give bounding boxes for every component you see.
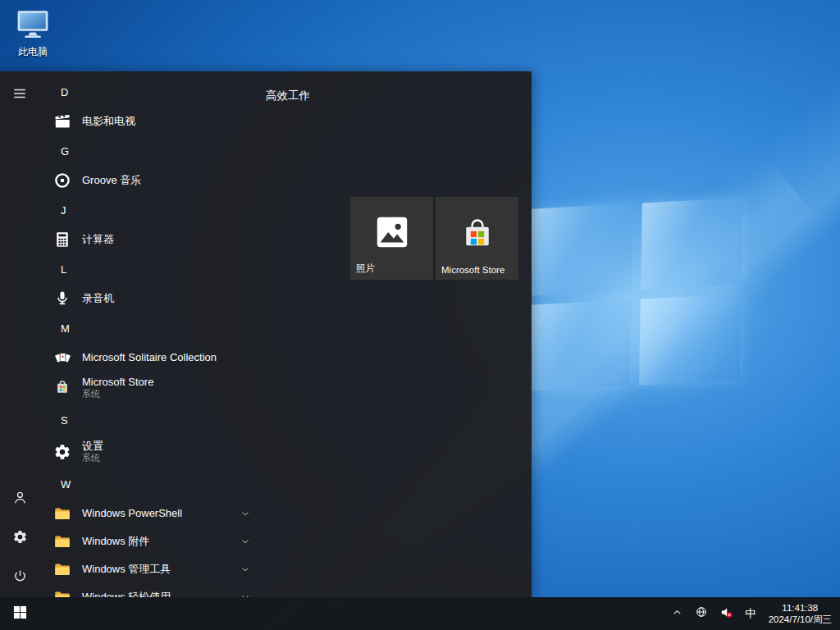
folder-item-windows-powershell[interactable]: Windows PowerShell xyxy=(39,500,261,527)
taskbar-clock[interactable]: 11:41:38 2024/7/10/周三 xyxy=(762,597,840,630)
chevron-up-icon xyxy=(671,606,683,622)
section-header-d[interactable]: D xyxy=(39,76,261,107)
desktop-icon-this-pc[interactable]: 此电脑 xyxy=(9,7,57,59)
section-header-g[interactable]: G xyxy=(39,135,261,167)
power-icon xyxy=(12,568,28,587)
folder-item-windows-ease-of-access[interactable]: Windows 轻松使用 xyxy=(39,583,261,597)
section-header-m[interactable]: M xyxy=(39,313,261,344)
network-button[interactable] xyxy=(689,597,714,630)
app-item-movies-tv[interactable]: 电影和电视 xyxy=(39,107,261,135)
gear-icon xyxy=(12,529,28,548)
hamburger-icon xyxy=(12,86,27,104)
settings-gear-icon xyxy=(52,442,72,462)
folder-icon xyxy=(52,559,72,579)
this-pc-label: 此电脑 xyxy=(18,45,48,59)
clock-time: 11:41:38 xyxy=(769,602,832,614)
windows-logo-icon xyxy=(13,605,27,623)
settings-button[interactable] xyxy=(0,518,39,558)
wallpaper-pane xyxy=(528,299,631,391)
tray-expand-button[interactable] xyxy=(665,597,689,630)
volume-button[interactable] xyxy=(714,597,739,630)
chevron-down-icon[interactable] xyxy=(240,536,251,547)
user-icon xyxy=(12,490,28,509)
store-icon xyxy=(52,378,72,398)
tile-label: Microsoft Store xyxy=(436,265,518,280)
start-menu: D 电影和电视 G xyxy=(0,71,532,597)
taskbar: 中 11:41:38 2024/7/10/周三 xyxy=(0,597,840,630)
this-pc-icon xyxy=(16,7,50,44)
solitaire-icon xyxy=(52,348,72,368)
app-item-calculator[interactable]: 计算器 xyxy=(39,226,261,253)
folder-item-windows-accessories[interactable]: Windows 附件 xyxy=(39,527,261,555)
chevron-down-icon[interactable] xyxy=(240,564,251,575)
user-account-button[interactable] xyxy=(0,479,39,518)
ime-indicator[interactable]: 中 xyxy=(739,597,762,630)
section-header-s[interactable]: S xyxy=(39,404,261,436)
tile-photos[interactable]: 照片 xyxy=(350,197,433,280)
section-header-j[interactable]: J xyxy=(39,194,261,226)
section-header-l[interactable]: L xyxy=(39,253,261,285)
tile-label: 照片 xyxy=(350,262,433,280)
groove-music-icon xyxy=(52,171,72,190)
start-button[interactable] xyxy=(0,597,39,630)
wallpaper-pane xyxy=(639,294,742,386)
power-button[interactable] xyxy=(0,558,39,597)
app-item-microsoft-store[interactable]: Microsoft Store 系统 xyxy=(39,372,261,404)
folder-icon xyxy=(52,532,72,551)
wallpaper-pane xyxy=(641,198,743,290)
movies-tv-icon xyxy=(52,112,72,131)
tile-group-title[interactable]: 高效工作 xyxy=(266,89,310,103)
store-icon xyxy=(436,197,518,265)
voice-recorder-icon xyxy=(52,289,72,308)
app-item-sublabel: 系统 xyxy=(82,453,103,463)
folder-icon xyxy=(52,504,72,523)
folder-icon xyxy=(52,587,72,597)
chevron-down-icon[interactable] xyxy=(240,508,251,519)
clock-date: 2024/7/10/周三 xyxy=(769,614,832,625)
app-item-solitaire[interactable]: Microsoft Solitaire Collection xyxy=(39,344,261,372)
system-tray: 中 11:41:38 2024/7/10/周三 xyxy=(665,597,840,630)
screen: 此电脑 xyxy=(0,0,840,630)
menu-expand-button[interactable] xyxy=(0,75,39,115)
photos-icon xyxy=(350,197,433,262)
folder-item-windows-admin-tools[interactable]: Windows 管理工具 xyxy=(39,555,261,583)
app-item-sublabel: 系统 xyxy=(82,389,153,399)
app-item-groove-music[interactable]: Groove 音乐 xyxy=(39,167,261,194)
tile-microsoft-store[interactable]: Microsoft Store xyxy=(436,197,518,280)
app-list: D 电影和电视 G xyxy=(39,71,261,597)
wallpaper-pane xyxy=(530,203,632,295)
app-item-voice-recorder[interactable]: 录音机 xyxy=(39,285,261,313)
app-item-settings[interactable]: 设置 系统 xyxy=(39,436,261,468)
start-menu-rail xyxy=(0,71,39,597)
calculator-icon xyxy=(52,230,72,249)
network-globe-icon xyxy=(695,605,708,622)
chevron-down-icon[interactable] xyxy=(240,591,251,597)
volume-muted-icon xyxy=(719,605,733,623)
tile-area: 高效工作 照片 xyxy=(261,71,532,597)
section-header-w[interactable]: W xyxy=(39,468,261,500)
wallpaper-window-logo xyxy=(530,203,742,386)
